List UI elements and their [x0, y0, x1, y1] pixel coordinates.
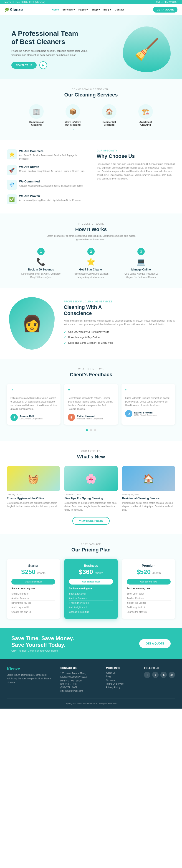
dot-3[interactable]	[94, 429, 96, 431]
news-card-2[interactable]: 🌸 February 14, 2021 Five Tips For Spring…	[64, 466, 117, 512]
feature-complete: ⭐ We Are Complete And Seek To Provide Tr…	[7, 149, 85, 160]
logo-text: Klenze	[9, 7, 23, 12]
business-plan-button[interactable]: Get Started Now	[69, 579, 113, 585]
nav-contact[interactable]: Contact	[115, 8, 124, 11]
news-card-3[interactable]: 🏠 February 14, 2021 Residential Cleaning…	[122, 466, 175, 512]
step-1-num: 1	[37, 248, 45, 255]
topbar-left: Monday-Friday: 08:00 - 18:00 (Mon-Sat)	[5, 1, 45, 3]
author-name-1: Jerome Bell	[20, 415, 42, 417]
premium-feat-4: And it might add it	[127, 605, 171, 610]
quote-mark-2: "	[68, 388, 114, 395]
nav-shop[interactable]: Shop ▾	[92, 8, 100, 11]
commercial-arrow: →	[23, 127, 50, 131]
service-card-movein[interactable]: 📦 Move In/MoveOut Cleaning →	[59, 104, 86, 131]
hero-cleaner-icon: 🧹	[134, 37, 159, 61]
service-card-apartment[interactable]: 🏗️ ApartmentCleaning →	[132, 104, 159, 131]
feedback-card-3: " Fusce vulputate felis nec elementum bl…	[121, 384, 175, 425]
nav-pages[interactable]: Pages ▾	[78, 8, 88, 11]
cta-subtitle: Only The Best Clean For Your Own Home	[11, 649, 74, 652]
step-3-desc: Quis Varius Natoque Posulitur Et Magnis …	[120, 272, 161, 279]
services-title: Our Cleaning Services	[7, 92, 175, 98]
contact-us-button[interactable]: CONTACT US	[11, 62, 37, 69]
social-twitter[interactable]: t	[152, 672, 158, 678]
premium-feat-5: Change the start up	[127, 610, 171, 614]
starter-feat-3: It might this you too	[11, 601, 55, 605]
feedback-card-2: " Pellentesque convallunte est non. Temp…	[64, 384, 118, 425]
topbar-right: Call Us: 99-012-0847	[156, 1, 178, 3]
feedback-text-2: Pellentesque convallunte est non. Tempor…	[68, 396, 114, 411]
dot-1[interactable]	[86, 429, 88, 431]
navbar-logo[interactable]: 🌿 Klenze	[5, 7, 23, 12]
feedback-dots	[7, 428, 175, 432]
step-3: 3 💻 Manage Online Quis Varius Natoque Po…	[120, 248, 161, 279]
premium-plan-button[interactable]: Get Started Now	[127, 579, 171, 585]
hero-image: 🧹	[123, 27, 171, 72]
service-card-commercial[interactable]: 🏢 CommercialCleaning →	[23, 104, 50, 131]
play-button[interactable]: ▶	[39, 61, 47, 69]
news-card-1[interactable]: 🧺 February 14, 2021 Ensure Hygiene at th…	[7, 466, 60, 512]
pricing-section: BEST PACKAGE Our Pricing Plan Starter $2…	[0, 534, 182, 628]
quote-mark-1: "	[10, 388, 57, 395]
starter-feat-2: Another Features	[11, 596, 55, 601]
social-icons: f t in g+	[144, 672, 175, 678]
why-us-section: ⭐ We Are Complete And Seek To Provide Tr…	[0, 140, 182, 214]
hero-description: Phasellus rutrum ante non uma suscipit, …	[11, 49, 89, 57]
premium-plan-price: $520 /month	[127, 568, 171, 576]
committed-title: We Committed	[19, 180, 83, 183]
nav-services[interactable]: Services ▾	[62, 8, 75, 11]
get-quote-nav-button[interactable]: GET A QUOTE	[153, 7, 177, 12]
starter-plan-name: Starter	[11, 564, 55, 567]
nav-home[interactable]: Home	[52, 8, 59, 11]
hero-content: A Professional Team of Best Cleaners Pha…	[11, 29, 89, 69]
footer-link-about[interactable]: About Us	[106, 672, 137, 674]
footer-more-info-col: MORE INFO About Us Blog Services Terms O…	[106, 666, 137, 693]
view-more-posts-button[interactable]: VIEW MORE POSTS	[72, 517, 110, 525]
footer-tagline: Lorem ipsum dolor sit amet, consectetur …	[7, 673, 53, 684]
conscience-content: PROFESSIONAL CLEANING SERVICES Cleaning …	[64, 300, 175, 346]
how-subtitle: PROCESS OF WORK	[7, 223, 175, 225]
social-facebook[interactable]: f	[144, 672, 150, 678]
business-plan-name: Business	[69, 564, 113, 567]
nav-blog[interactable]: Blog ▾	[104, 8, 111, 11]
residential-arrow: →	[96, 127, 123, 131]
author-role-2: Manager, Aliquet Corporation	[77, 417, 104, 420]
driven-icon: 🚀	[7, 165, 17, 175]
hero-section: A Professional Team of Best Cleaners Pha…	[0, 15, 182, 79]
movein-name: Move In/MoveOut Cleaning	[59, 121, 86, 126]
cta-get-quote-button[interactable]: GET A QUOTE	[139, 639, 171, 648]
feedback-title: Client's Feedback	[7, 372, 175, 378]
proven-title: We Are Proven	[19, 194, 81, 198]
starter-plan-price: $250 /month	[11, 568, 55, 576]
conscience-subtitle: PROFESSIONAL CLEANING SERVICES	[64, 300, 175, 303]
starter-plan-button[interactable]: Get Started Now	[11, 579, 55, 585]
complete-desc: And Seek To Provide Transparent Service …	[19, 154, 85, 160]
dot-2[interactable]	[90, 429, 92, 431]
author-role-3: CEO, Aliquet Corporation	[134, 414, 157, 416]
news-subtitle: OUR ARTICLES	[7, 450, 175, 453]
navbar-nav: Home Services ▾ Pages ▾ Shop ▾ Blog ▾ Co…	[52, 8, 124, 11]
premium-features: Short Effort dolor Another Features It m…	[127, 592, 171, 614]
footer-link-blog[interactable]: Blog	[106, 675, 137, 678]
footer-social-col: FOLLOW US f t in g+	[144, 666, 175, 693]
footer-link-services[interactable]: Services	[106, 679, 137, 681]
footer-link-privacy[interactable]: Privacy Policy	[106, 686, 137, 689]
starter-features: Short Effort dolor Another Features It m…	[11, 592, 55, 614]
social-googleplus[interactable]: g+	[169, 672, 175, 678]
movein-icon: 📦	[66, 104, 80, 119]
business-feat-1: Short Effort dolor	[69, 592, 113, 596]
news-date-3: February 14, 2021	[122, 494, 175, 496]
news-title-2: Five Tips For Spring Cleaning	[64, 497, 117, 500]
social-linkedin[interactable]: in	[160, 672, 167, 678]
news-date-1: February 14, 2021	[7, 494, 60, 496]
step-2: 2 ⭐ Get 5 Star Cleaner Pellentesque Conv…	[71, 248, 111, 279]
footer-link-terms[interactable]: Terms Of Service	[106, 683, 137, 685]
footer-contact-1: 123 Lorem Avenue Maor, Louisville,Kentuc…	[60, 672, 99, 679]
services-subtitle: COMMERCIAL & RESIDENTIAL	[7, 88, 175, 91]
author-name-2: Esther Howard	[77, 415, 104, 417]
apartment-arrow: →	[132, 127, 159, 131]
service-card-residential[interactable]: 🏠 ResidentialCleaning →	[96, 104, 123, 131]
complete-icon: ⭐	[7, 149, 17, 159]
author-name-3: Darrell Steward	[134, 411, 157, 414]
checklist-item-2: ✓ Book, Manage & Pay Online	[64, 336, 175, 339]
why-title: Why Choose Us	[97, 153, 175, 159]
